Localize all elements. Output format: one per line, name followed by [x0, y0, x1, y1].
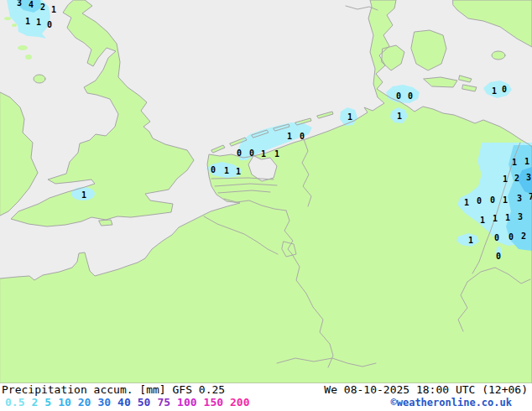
- precip-value-label: 0: [249, 149, 254, 158]
- scale-value: 100: [177, 396, 196, 408]
- scale-value: 0.5: [5, 396, 24, 408]
- precip-value-label: 0: [502, 86, 507, 94]
- precip-value-label: 3: [517, 195, 522, 203]
- color-scale-legend: 0.525102030405075100150200: [5, 397, 257, 408]
- precip-value-label: 1: [505, 214, 510, 222]
- precip-value-label: 1: [224, 167, 229, 175]
- precip-value-label: 1: [261, 150, 266, 159]
- scale-value: 5: [44, 396, 51, 408]
- precip-value-label: 1: [274, 150, 279, 159]
- precip-value-label: 1: [81, 191, 86, 200]
- map-canvas: [0, 0, 532, 383]
- precip-value-label: 0: [496, 252, 501, 261]
- precip-value-label: 1: [503, 196, 508, 205]
- precip-value-label: 1: [524, 158, 529, 166]
- precip-value-label: 1: [503, 175, 508, 184]
- precip-value-label: 3: [526, 174, 531, 182]
- precip-value-label: 1: [236, 168, 241, 176]
- precip-value-label: 1: [493, 215, 498, 223]
- scale-value: 150: [204, 396, 223, 408]
- scale-value: 75: [157, 396, 170, 408]
- precip-value-label: 0: [47, 21, 52, 29]
- precip-value-label: 0: [211, 166, 216, 174]
- hebrides-island: [4, 17, 11, 20]
- scale-value: 10: [58, 396, 71, 408]
- scale-value: 2: [31, 396, 38, 408]
- precip-value-label: 1: [492, 87, 497, 96]
- scale-value: 40: [117, 396, 131, 408]
- precip-value-label: 0: [509, 233, 514, 242]
- precip-value-label: 4: [29, 1, 34, 9]
- scale-value: 30: [97, 396, 111, 408]
- precip-value-label: 1: [347, 113, 352, 122]
- precip-value-label: 3: [17, 0, 22, 8]
- precip-value-label: 0: [408, 92, 413, 101]
- precip-value-label: 3: [518, 213, 523, 221]
- scale-value: 200: [230, 396, 249, 408]
- map-title: Precipitation accum. [mm] GFS 0.25: [2, 384, 225, 396]
- precip-value-label: 0: [300, 133, 305, 141]
- precipitation-map: 3421110101100111010011011123100137111310…: [0, 0, 532, 383]
- precip-value-label: 7: [529, 193, 532, 201]
- precip-value-label: 1: [287, 133, 292, 141]
- precip-value-label: 1: [51, 6, 56, 14]
- caption-bar: Precipitation accum. [mm] GFS 0.25 We 08…: [0, 383, 532, 411]
- skye-island: [18, 45, 28, 50]
- hebrides-island: [12, 23, 17, 27]
- precip-value-label: 1: [25, 18, 30, 26]
- precip-value-label: 1: [36, 18, 41, 27]
- precip-value-label: 1: [468, 237, 473, 245]
- scale-value: 20: [78, 396, 91, 408]
- precip-value-label: 1: [464, 199, 469, 207]
- small-island: [25, 55, 32, 60]
- precip-value-label: 1: [480, 216, 485, 225]
- precip-value-label: 0: [490, 196, 495, 205]
- precip-value-label: 2: [514, 174, 519, 183]
- precip-value-label: 2: [40, 3, 45, 12]
- scale-value: 50: [138, 396, 151, 408]
- copyright-link[interactable]: ©weatheronline.co.uk: [391, 398, 513, 408]
- precip-value-label: 0: [396, 92, 401, 101]
- forecast-datetime: We 08-10-2025 18:00 UTC (12+06): [324, 384, 528, 396]
- precip-value-label: 0: [237, 149, 242, 158]
- precip-value-label: 0: [477, 197, 482, 206]
- precip-value-label: 1: [397, 112, 402, 121]
- precip-value-label: 1: [512, 159, 517, 167]
- weather-map-screenshot: 3421110101100111010011011123100137111310…: [0, 0, 532, 411]
- precip-value-label: 2: [521, 232, 526, 241]
- precip-value-label: 0: [494, 234, 499, 242]
